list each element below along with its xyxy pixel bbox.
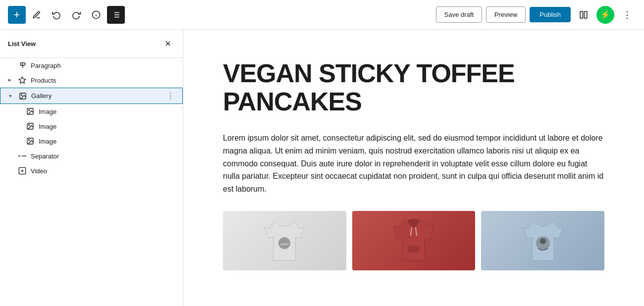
separator-expand-placeholder — [6, 152, 14, 160]
sidebar-close-button[interactable] — [161, 37, 175, 51]
video-label: Video — [31, 167, 177, 175]
list-item-image-1[interactable]: Image — [0, 104, 183, 119]
image3-expand-placeholder — [14, 137, 22, 145]
svg-marker-30 — [22, 169, 24, 172]
gallery-expand-icon[interactable] — [6, 92, 14, 100]
toolbar: + — [0, 0, 644, 30]
video-expand-placeholder — [6, 167, 14, 175]
svg-point-21 — [29, 125, 30, 126]
info-button[interactable] — [87, 6, 105, 24]
svg-marker-13 — [8, 79, 11, 82]
gallery-menu-button[interactable]: ⋮ — [164, 91, 176, 101]
more-options-button[interactable]: ⋮ — [618, 6, 636, 24]
image1-block-icon — [26, 107, 35, 116]
separator-block-icon — [18, 152, 27, 160]
ellipsis-icon: ⋮ — [623, 9, 632, 20]
svg-point-19 — [29, 110, 30, 111]
products-expand-icon[interactable] — [6, 76, 14, 84]
save-draft-button[interactable]: Save draft — [436, 6, 482, 23]
list-item-paragraph[interactable]: Paragraph — [0, 58, 183, 73]
gallery-block-icon — [18, 92, 27, 101]
tshirt-graphic-1: LOGO — [265, 218, 304, 263]
expand-placeholder — [6, 61, 14, 69]
separator-label: Separator — [31, 153, 177, 160]
list-view-icon — [111, 10, 120, 19]
svg-point-23 — [29, 140, 30, 141]
svg-marker-14 — [19, 77, 25, 83]
list-item-video[interactable]: Video — [0, 163, 183, 178]
close-icon — [164, 40, 172, 48]
page-body: Lorem ipsum dolor sit amet, consectetur … — [223, 132, 604, 195]
products-block-icon — [18, 76, 27, 85]
toolbar-left: + — [8, 6, 436, 24]
products-label: Products — [31, 77, 177, 84]
content-area[interactable]: VEGAN STICKY TOFFEE PANCAKES Lorem ipsum… — [183, 30, 644, 306]
list-item-separator[interactable]: Separator — [0, 149, 183, 163]
paragraph-label: Paragraph — [31, 62, 177, 69]
paragraph-block-icon — [18, 61, 27, 70]
image-gallery: LOGO — [223, 211, 604, 270]
tshirt-graphic-3 — [523, 218, 563, 263]
image2-label: Image — [39, 123, 177, 130]
list-view-button[interactable] — [107, 6, 125, 24]
image1-expand-placeholder — [14, 107, 22, 115]
gallery-label: Gallery — [31, 92, 161, 100]
info-icon — [92, 10, 101, 19]
sidebar: List View Paragraph — [0, 30, 183, 306]
svg-point-17 — [21, 94, 22, 95]
video-block-icon — [18, 166, 27, 175]
performance-icon: ⚡ — [596, 6, 614, 24]
page-title: VEGAN STICKY TOFFEE PANCAKES — [223, 59, 604, 116]
toolbar-right: Save draft Preview Publish ⚡ ⋮ — [436, 6, 636, 24]
preview-button[interactable]: Preview — [486, 6, 526, 23]
image2-expand-placeholder — [14, 122, 22, 130]
main-layout: List View Paragraph — [0, 30, 644, 306]
image2-block-icon — [26, 122, 35, 131]
list-item-gallery[interactable]: Gallery ⋮ — [0, 88, 183, 104]
gallery-image-3 — [481, 211, 604, 270]
add-block-button[interactable]: + — [8, 6, 26, 24]
undo-icon — [52, 10, 61, 19]
svg-marker-15 — [9, 95, 12, 98]
svg-rect-9 — [580, 11, 583, 18]
list-item-image-2[interactable]: Image — [0, 119, 183, 134]
tools-button[interactable] — [28, 6, 46, 24]
image3-block-icon — [26, 137, 35, 146]
sidebar-header: List View — [0, 30, 183, 58]
redo-button[interactable] — [67, 6, 85, 24]
tshirt-graphic-2 — [394, 218, 433, 263]
sidebar-title: List View — [8, 40, 36, 48]
list-item-products[interactable]: Products — [0, 73, 183, 88]
plus-icon: + — [14, 8, 20, 21]
svg-rect-10 — [585, 11, 587, 18]
svg-rect-33 — [408, 246, 420, 253]
view-toggle-button[interactable] — [575, 6, 592, 24]
lightning-symbol: ⚡ — [600, 10, 610, 19]
svg-text:LOGO: LOGO — [280, 243, 289, 246]
gallery-image-2 — [352, 211, 476, 270]
image1-label: Image — [39, 108, 177, 115]
svg-point-37 — [540, 238, 546, 244]
pencil-icon — [32, 10, 41, 19]
gallery-image-1: LOGO — [223, 211, 346, 270]
list-item-image-3[interactable]: Image — [0, 134, 183, 149]
publish-button[interactable]: Publish — [530, 7, 571, 22]
undo-button[interactable] — [48, 6, 65, 24]
redo-icon — [72, 10, 81, 19]
columns-icon — [579, 10, 588, 19]
image3-label: Image — [39, 138, 177, 145]
